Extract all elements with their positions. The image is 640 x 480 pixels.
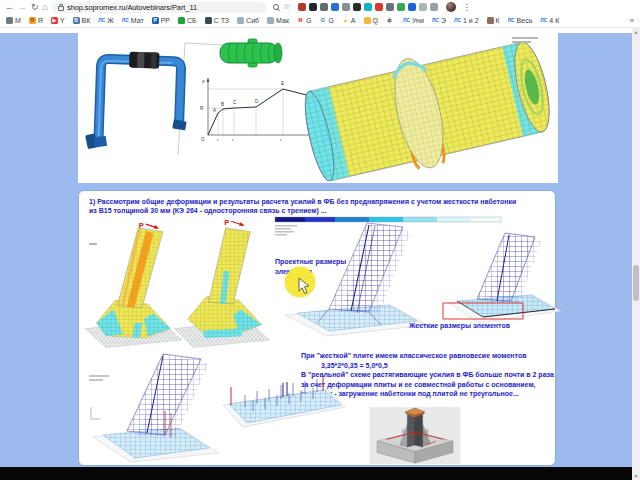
extension-icon[interactable] [397, 3, 405, 11]
svg-text:Р: Р [224, 218, 229, 227]
bookmark-item[interactable]: ЛС Уни [403, 17, 424, 24]
fem-towers-figure: Р Р [85, 213, 275, 353]
bookmark-item[interactable]: Мак [267, 17, 289, 24]
bookmark-label: С ТЗ [214, 17, 229, 24]
bookmark-label: Мак [276, 17, 289, 24]
extension-icon[interactable] [364, 3, 372, 11]
svg-text:ε: ε [217, 138, 219, 142]
svg-text:Р: Р [139, 221, 144, 230]
bookmark-label: Y [60, 17, 65, 24]
bookmark-item[interactable]: ЛС 1 и 2 [454, 17, 479, 24]
figure-caption-line [512, 37, 538, 39]
bookmark-item[interactable]: ЛС Э [432, 17, 446, 24]
page-scrollbar[interactable]: ▲ ▼ [632, 28, 640, 480]
bookmark-label: Ж [107, 17, 113, 24]
bookmark-favicon [267, 17, 274, 24]
address-toolbar: ← → ↻ ⌂ shop.sopromex.ru/Autovebinars/Pa… [0, 0, 640, 14]
back-button[interactable]: ← [5, 0, 14, 14]
extension-icon[interactable] [419, 3, 427, 11]
bookmark-item[interactable]: С ТЗ [205, 17, 229, 24]
extension-icon[interactable] [309, 3, 317, 11]
bookmark-label: 1 и 2 [463, 17, 479, 24]
cursor-highlight [285, 267, 315, 297]
bookmark-favicon: ЛС [508, 17, 515, 24]
bookmark-favicon: ЛС [454, 17, 461, 24]
scrollbar-up-button[interactable]: ▲ [632, 28, 640, 36]
bookmark-label: Сиб [246, 17, 259, 24]
bookmarks-overflow-button[interactable]: » [630, 16, 634, 25]
bookmark-favicon: ЛС [540, 17, 547, 24]
bookmark-item[interactable]: ▲ А [342, 17, 356, 24]
bookmarks-bar: М Я Я ▶ Y В ВК ЛС Ж ЛС Мат Р РР СБ [0, 14, 640, 28]
svg-text:B: B [221, 102, 224, 107]
zoom-icon[interactable] [273, 4, 279, 10]
fem-cylinder-figure [300, 35, 556, 181]
bookmark-item[interactable]: М [6, 17, 21, 24]
svg-text:σ: σ [202, 79, 205, 84]
extension-icon[interactable] [408, 3, 416, 11]
bookmark-label: РР [161, 17, 170, 24]
bookmark-favicon [364, 17, 371, 24]
reload-button[interactable]: ↻ [31, 0, 39, 14]
home-button[interactable]: ⌂ [43, 0, 48, 14]
bookmark-favicon: ▶ [51, 17, 58, 24]
menu-button[interactable]: ⋮ [462, 0, 471, 14]
bookmark-item[interactable]: Р РР [152, 17, 170, 24]
forward-button[interactable]: → [18, 0, 27, 14]
bookmark-item[interactable]: Я Я [29, 17, 43, 24]
scrollbar-down-button[interactable]: ▼ [632, 472, 640, 480]
extension-icon[interactable] [298, 3, 306, 11]
bookmark-item[interactable]: M G [297, 17, 311, 24]
bookmark-favicon [178, 17, 185, 24]
bookmark-label: Весь [517, 17, 533, 24]
extension-icon[interactable] [386, 3, 394, 11]
bookmark-favicon: Р [152, 17, 159, 24]
pipe-frame-figure [84, 36, 196, 158]
svg-text:O: O [201, 137, 205, 142]
video-control-bar [0, 467, 632, 480]
wireframe-bottom-figure [85, 349, 347, 463]
bookmark-label: М [15, 17, 21, 24]
profile-avatar[interactable] [446, 2, 456, 12]
scrollbar-thumb[interactable] [633, 265, 639, 301]
bookmark-item[interactable]: К [487, 17, 500, 24]
address-bar[interactable]: shop.sopromex.ru/Autovebinars/Part_11 [52, 2, 267, 13]
bookmark-favicon: ▲ [342, 17, 349, 24]
extension-icon[interactable] [430, 3, 438, 11]
star-bookmark-icon[interactable]: ☆ [283, 0, 290, 14]
bookmark-label: А [351, 17, 356, 24]
bookmark-favicon: В [73, 17, 80, 24]
units-caption [89, 243, 97, 245]
svg-text:ε: ε [280, 138, 282, 142]
rigid-size-label: Жесткие размеры элементов [409, 321, 510, 331]
bookmark-favicon: ЛС [403, 17, 410, 24]
svg-text:ε: ε [232, 138, 234, 142]
bookmark-label: Мат [131, 17, 144, 24]
extension-icon[interactable] [331, 3, 339, 11]
bookmark-item[interactable]: ЛС 4 К [540, 17, 559, 24]
bookmark-label: Я [38, 17, 43, 24]
bookmark-item[interactable]: В ВК [73, 17, 91, 24]
bookmark-item[interactable]: Q [364, 17, 378, 24]
bookmark-favicon: ф [386, 17, 393, 24]
lock-icon [58, 6, 64, 11]
bookmark-item[interactable]: ▶ Y [51, 17, 65, 24]
bookmark-item[interactable]: ЛС Весь [508, 17, 533, 24]
extension-icon[interactable] [342, 3, 350, 11]
svg-text:A: A [213, 108, 216, 113]
extension-icon[interactable] [375, 3, 383, 11]
bookmark-item[interactable]: ф [386, 17, 395, 24]
bookmark-label: 4 К [549, 17, 559, 24]
bookmark-item[interactable]: ЛС Мат [122, 17, 144, 24]
bookmark-item[interactable]: ЛС Ж [98, 17, 113, 24]
bookmark-item[interactable]: Сиб [237, 17, 259, 24]
bookmark-label: ВК [82, 17, 91, 24]
bookmark-item[interactable]: СБ [178, 17, 197, 24]
bookmark-label: Э [441, 17, 446, 24]
extension-icon[interactable] [320, 3, 328, 11]
bookmark-label: G [306, 17, 311, 24]
bookmark-favicon: G [319, 17, 326, 24]
bookmark-item[interactable]: G G [319, 17, 333, 24]
main-slide-panel: 1) Рассмотрим общие деформации и результ… [78, 190, 556, 466]
extension-icon[interactable] [353, 3, 361, 11]
